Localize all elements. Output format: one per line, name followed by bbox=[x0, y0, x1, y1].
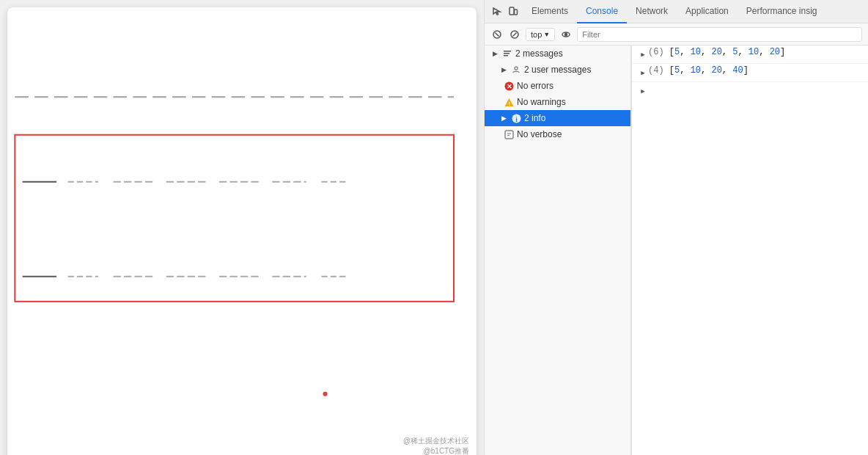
console-line-1[interactable]: ▶ (6) [5, 10, 20, 5, 10, 20] bbox=[632, 46, 868, 64]
console-text-2: (4) [5, 10, 20, 40] bbox=[648, 65, 862, 76]
tab-application[interactable]: Application bbox=[677, 0, 738, 23]
svg-text:!: ! bbox=[508, 101, 510, 107]
error-icon: ✕ bbox=[504, 81, 514, 91]
warning-icon: ! bbox=[504, 97, 514, 107]
verbose-label: No verbose bbox=[517, 129, 562, 139]
user-messages-icon bbox=[511, 65, 521, 75]
devtools-main: ▶ 2 messages ▶ bbox=[485, 46, 868, 455]
console-toolbar: top ▼ bbox=[485, 23, 868, 46]
messages-icon bbox=[502, 48, 512, 59]
expand-icon-2[interactable]: ▶ bbox=[638, 65, 648, 80]
eye-icon[interactable] bbox=[559, 28, 573, 41]
user-messages-label: 2 user messages bbox=[524, 65, 591, 75]
expand-arrow-icon: ▶ bbox=[490, 49, 499, 58]
svg-text:i: i bbox=[515, 115, 518, 123]
info-icon: i bbox=[511, 113, 521, 123]
tab-console[interactable]: Console bbox=[577, 0, 627, 23]
devtools-tabs: Elements Console Network Application Per… bbox=[523, 0, 826, 23]
clear-console-icon[interactable] bbox=[490, 28, 504, 41]
expand-icon-1[interactable]: ▶ bbox=[638, 47, 648, 62]
sidebar-item-messages[interactable]: ▶ 2 messages bbox=[485, 46, 630, 62]
tab-performance[interactable]: Performance insig bbox=[738, 0, 826, 23]
svg-rect-26 bbox=[504, 53, 510, 54]
filter-icon[interactable] bbox=[508, 28, 521, 41]
svg-rect-18 bbox=[515, 10, 518, 15]
sidebar-item-verbose[interactable]: No verbose bbox=[485, 126, 630, 142]
svg-point-28 bbox=[515, 67, 518, 70]
console-output: ▶ (6) [5, 10, 20, 5, 10, 20] ▶ (4) [5, 1… bbox=[632, 46, 868, 455]
console-arrow-line[interactable]: ▶ bbox=[632, 82, 868, 100]
sidebar-item-info[interactable]: ▶ i 2 info bbox=[485, 110, 630, 126]
svg-rect-35 bbox=[505, 131, 513, 139]
devtools-tab-bar: Elements Console Network Application Per… bbox=[485, 0, 868, 23]
tab-elements[interactable]: Elements bbox=[523, 0, 577, 23]
sidebar-item-errors[interactable]: ✕ No errors bbox=[485, 78, 630, 94]
context-label: top bbox=[531, 30, 542, 39]
expand-arrow-icon: ▶ bbox=[499, 114, 508, 123]
context-dropdown[interactable]: top ▼ bbox=[526, 28, 555, 41]
verbose-icon bbox=[504, 129, 514, 139]
svg-text:✕: ✕ bbox=[506, 83, 512, 90]
svg-rect-27 bbox=[504, 55, 508, 57]
messages-label: 2 messages bbox=[515, 48, 563, 59]
info-label: 2 info bbox=[524, 113, 545, 123]
console-sidebar: ▶ 2 messages ▶ bbox=[485, 46, 631, 455]
svg-rect-17 bbox=[510, 7, 514, 15]
expand-arrow-icon: ▶ bbox=[499, 65, 508, 74]
page-canvas bbox=[7, 7, 477, 455]
tab-network[interactable]: Network bbox=[627, 0, 677, 23]
svg-line-20 bbox=[496, 32, 499, 36]
sidebar-item-warnings[interactable]: ! No warnings bbox=[485, 94, 630, 110]
errors-label: No errors bbox=[517, 81, 553, 91]
svg-rect-25 bbox=[504, 51, 511, 52]
prompt-arrow-icon: ▶ bbox=[638, 84, 648, 98]
filter-input[interactable] bbox=[577, 27, 862, 42]
sidebar-item-user-messages[interactable]: ▶ 2 user messages bbox=[485, 62, 630, 78]
console-text-1: (6) [5, 10, 20, 5, 10, 20] bbox=[648, 47, 862, 57]
svg-point-24 bbox=[565, 33, 567, 35]
svg-rect-1 bbox=[15, 135, 454, 302]
console-line-2[interactable]: ▶ (4) [5, 10, 20, 40] bbox=[632, 64, 868, 82]
inspect-icon[interactable] bbox=[490, 5, 504, 18]
svg-point-16 bbox=[323, 392, 327, 396]
devtools-panel: Elements Console Network Application Per… bbox=[484, 0, 868, 455]
browser-page: @稀土掘金技术社区 @b1CTG推番 bbox=[7, 7, 477, 455]
warnings-label: No warnings bbox=[517, 97, 566, 107]
watermark: @稀土掘金技术社区 @b1CTG推番 bbox=[403, 436, 469, 455]
svg-line-22 bbox=[513, 32, 517, 36]
dropdown-arrow-icon: ▼ bbox=[543, 31, 550, 38]
device-icon[interactable] bbox=[507, 5, 520, 18]
